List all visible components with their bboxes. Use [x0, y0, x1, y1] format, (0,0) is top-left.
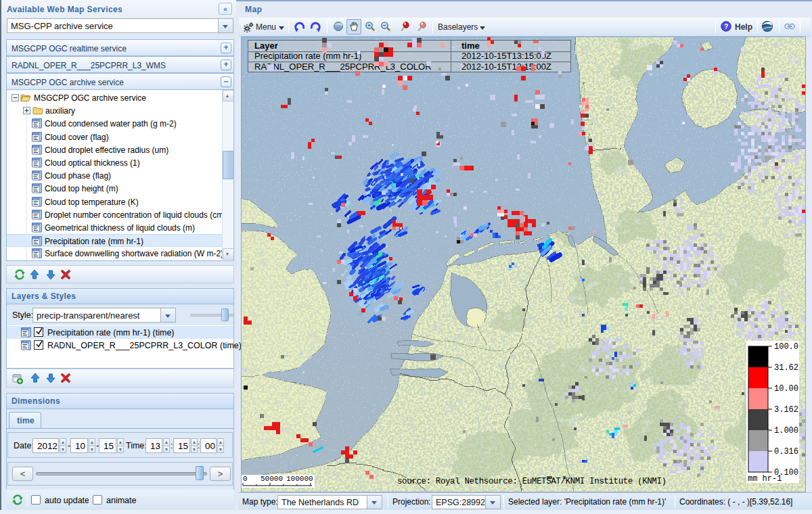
svg-text:?: ?	[724, 22, 729, 30]
svg-text:Precipitation rate (mm hr-1): Precipitation rate (mm hr-1)	[254, 51, 361, 61]
svg-text:50000: 50000	[261, 475, 283, 483]
svg-text:Layer: Layer	[254, 41, 278, 51]
svg-text:3.162: 3.162	[774, 405, 798, 415]
svg-text:0.316: 0.316	[774, 447, 798, 457]
svg-text:2012-10-15T13:15:00Z: 2012-10-15T13:15:00Z	[461, 62, 551, 72]
svg-text:100.0: 100.0	[774, 342, 798, 352]
svg-text:mm hr-1: mm hr-1	[748, 474, 782, 483]
svg-text:100000: 100000	[286, 475, 313, 483]
svg-text:31.62: 31.62	[774, 363, 798, 373]
svg-text:10.00: 10.00	[774, 384, 798, 394]
svg-text:0: 0	[243, 475, 248, 483]
svg-text:1.000: 1.000	[774, 426, 798, 436]
svg-text:2012-10-15T13:15:00Z: 2012-10-15T13:15:00Z	[461, 51, 551, 61]
svg-text:time: time	[461, 41, 480, 51]
svg-text:RADNL_OPER_R___25PCPRR_L3_COLO: RADNL_OPER_R___25PCPRR_L3_COLOR	[254, 62, 432, 72]
